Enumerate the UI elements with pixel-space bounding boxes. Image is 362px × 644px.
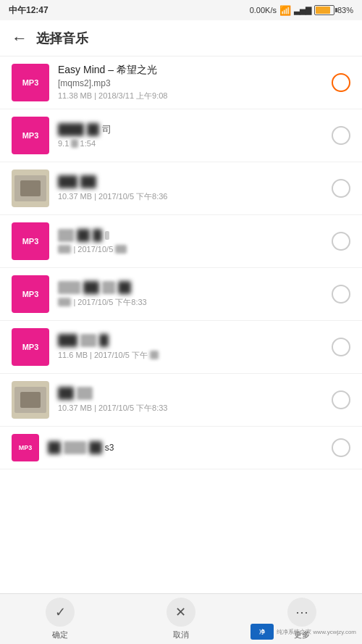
- blurred-title-2: [80, 334, 96, 347]
- album-art-mp3: MP3: [12, 64, 49, 101]
- page-title: 选择音乐: [36, 30, 88, 47]
- radio-button[interactable]: [332, 285, 350, 304]
- blurred-title-1: [58, 123, 84, 136]
- music-title-row: [58, 175, 326, 188]
- status-time: 中午12:47: [9, 4, 49, 17]
- music-title: Easy Mind – 希望之光: [58, 64, 326, 77]
- blurred-title-4: [118, 281, 131, 294]
- album-art-photo: [12, 170, 49, 207]
- music-title-row: 司: [58, 123, 326, 136]
- album-art-mp3: MP3: [12, 275, 49, 313]
- blurred-meta: [71, 139, 77, 148]
- blurred-title-2: [83, 281, 99, 294]
- blurred-title-1: [58, 334, 77, 347]
- date-text: 1:54: [80, 139, 96, 148]
- char-icon: 司: [102, 123, 111, 136]
- blurred-meta-1: [58, 298, 71, 306]
- radio-button[interactable]: [332, 438, 350, 457]
- list-item[interactable]: 10.37 MB | 2017/10/5 下午8:33: [0, 374, 362, 427]
- music-info: 司 9.1 1:54: [58, 123, 326, 148]
- radio-button[interactable]: [332, 390, 350, 409]
- radio-button-selected[interactable]: [332, 73, 350, 92]
- back-button[interactable]: ←: [12, 29, 28, 48]
- music-info: Easy Mind – 希望之光 [mqms2].mp3 11.38 MB | …: [58, 64, 326, 101]
- more-icon: ⋯: [287, 598, 316, 627]
- blurred-title-3: [99, 334, 109, 347]
- album-art-mp3: MP3: [12, 434, 39, 461]
- blurred-title-1: [58, 229, 74, 242]
- signal-icon: ▃▅▇: [294, 6, 311, 15]
- blurred-title-2: [77, 387, 93, 400]
- header: ← 选择音乐: [0, 20, 362, 57]
- blurred-title-2: [80, 175, 96, 188]
- blurred-title-1: [58, 175, 77, 188]
- status-network: 0.00K/s: [250, 6, 277, 14]
- status-right: 0.00K/s 📶 ▃▅▇ 83%: [250, 5, 353, 16]
- blurred-title-3: [89, 441, 102, 454]
- partial-text: s3: [105, 443, 114, 453]
- music-info: 10.37 MB | 2017/10/5 下午8:33: [58, 387, 326, 414]
- battery-icon: [314, 5, 334, 15]
- album-art-mp3: MP3: [12, 328, 49, 366]
- brand-area: 净 纯净系统之家 www.ycwjzy.com: [251, 624, 356, 640]
- confirm-button[interactable]: ✓ 确定: [46, 598, 75, 640]
- blurred-title-2: [87, 123, 100, 136]
- music-meta: | 2017/10/5: [58, 245, 326, 254]
- blurred-title-3: [102, 281, 115, 294]
- list-item[interactable]: MP3 s3: [0, 427, 362, 469]
- radio-button[interactable]: [332, 338, 350, 356]
- brand-text: 纯净系统之家 www.ycwjzy.com: [277, 628, 356, 636]
- music-meta: 11.6 MB | 2017/10/5 下午: [58, 350, 326, 361]
- status-bar: 中午12:47 0.00K/s 📶 ▃▅▇ 83%: [0, 0, 362, 20]
- music-meta: 9.1 1:54: [58, 139, 326, 148]
- cancel-icon: ✕: [167, 598, 195, 627]
- music-title-row: [58, 334, 326, 347]
- radio-button[interactable]: [332, 126, 350, 145]
- album-art-mp3: MP3: [12, 222, 49, 260]
- cancel-button[interactable]: ✕ 取消: [167, 598, 195, 640]
- people-icon: [20, 392, 41, 408]
- radio-button[interactable]: [332, 179, 350, 198]
- blurred-title-2: [64, 441, 86, 454]
- music-meta: 11.38 MB | 2018/3/11 上午9:08: [58, 91, 326, 101]
- bottom-toolbar: ✓ 确定 ✕ 取消 ⋯ 更多 净 纯净系统之家 www.ycwjzy.com: [0, 593, 362, 644]
- music-filename: [mqms2].mp3: [58, 78, 326, 88]
- music-info: | 2017/10/5: [58, 229, 326, 254]
- music-info: 10.37 MB | 2017/10/5 下午8:36: [58, 175, 326, 202]
- brand-logo: 净: [251, 624, 274, 640]
- radio-button[interactable]: [332, 232, 350, 251]
- list-item[interactable]: 10.37 MB | 2017/10/5 下午8:36: [0, 162, 362, 215]
- battery-fill: [316, 7, 330, 14]
- list-item[interactable]: MP3 司 9.1 1:54: [0, 109, 362, 162]
- music-info: 11.6 MB | 2017/10/5 下午: [58, 334, 326, 361]
- music-list: MP3 Easy Mind – 希望之光 [mqms2].mp3 11.38 M…: [0, 57, 362, 593]
- music-title-row: [58, 281, 326, 294]
- music-title-row: s3: [48, 441, 326, 454]
- blurred-meta-2: [115, 245, 126, 254]
- music-title-row: [58, 387, 326, 400]
- music-meta: 10.37 MB | 2017/10/5 下午8:33: [58, 403, 326, 414]
- confirm-icon: ✓: [46, 598, 75, 627]
- battery-percent: 83%: [337, 6, 353, 14]
- size-text: 9.1: [58, 139, 69, 148]
- people-icon: [20, 180, 41, 196]
- blurred-title-3: [93, 229, 102, 242]
- list-item[interactable]: MP3 11.6 MB | 2017/10/5 下午: [0, 321, 362, 374]
- music-info: | 2017/10/5 下午8:33: [58, 281, 326, 308]
- album-art-mp3: MP3: [12, 117, 49, 154]
- confirm-label: 确定: [52, 630, 68, 640]
- music-title-row: [58, 229, 326, 242]
- photo-inner: [14, 387, 46, 413]
- photo-inner: [14, 175, 46, 201]
- wifi-icon: 📶: [279, 5, 291, 16]
- list-item[interactable]: MP3 | 2017/10/5: [0, 215, 362, 268]
- album-art-photo: [12, 381, 49, 419]
- blurred-title-1: [58, 281, 80, 294]
- music-meta: 10.37 MB | 2017/10/5 下午8:36: [58, 191, 326, 202]
- blurred-meta-1: [58, 245, 71, 254]
- list-item[interactable]: MP3 | 2017/10/5 下午8:33: [0, 268, 362, 321]
- list-item[interactable]: MP3 Easy Mind – 希望之光 [mqms2].mp3 11.38 M…: [0, 57, 362, 109]
- cancel-label: 取消: [173, 630, 189, 640]
- blurred-end: [105, 231, 109, 240]
- blurred-title-1: [48, 441, 61, 454]
